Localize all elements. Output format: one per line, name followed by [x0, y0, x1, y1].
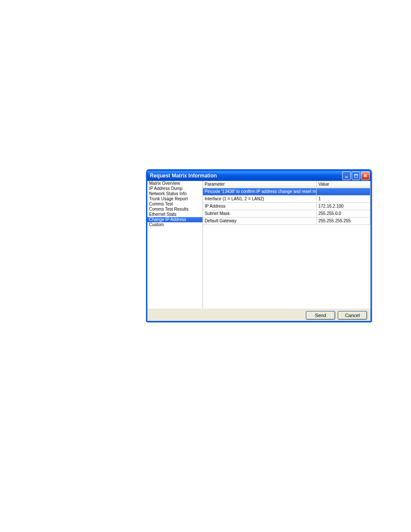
cell-parameter: Subnet Mask	[203, 210, 317, 217]
table-row[interactable]: Interface (1 = LAN1, 2 = LAN2) 1	[203, 196, 371, 203]
cell-parameter: IP Address	[203, 203, 317, 210]
svg-rect-2	[354, 174, 357, 175]
dialog-footer: Send Cancel	[147, 308, 371, 322]
dialog-body: Matrix Overview IP Address Dump Network …	[147, 181, 371, 308]
cell-value[interactable]: 255.255.0.0	[317, 210, 371, 217]
cell-parameter: Pincode '13438' to confirm IP address ch…	[203, 188, 317, 195]
sidebar-item-ethernet-stats[interactable]: Ethernet Stats	[147, 212, 202, 217]
table-row[interactable]: Subnet Mask 255.255.0.0	[203, 210, 371, 218]
sidebar-item-change-ip-address[interactable]: Change IP Address	[147, 217, 202, 222]
table-row[interactable]: Default Gateway 255.255.255.255	[203, 218, 371, 225]
close-icon	[363, 174, 367, 178]
sidebar-list[interactable]: Matrix Overview IP Address Dump Network …	[147, 181, 203, 308]
sidebar-item-network-status-info[interactable]: Network Status Info	[147, 191, 202, 196]
svg-rect-0	[345, 177, 347, 177]
window-title: Request Matrix Information	[150, 173, 217, 179]
table-row[interactable]: IP Address 172.16.2.100	[203, 203, 371, 210]
send-button[interactable]: Send	[306, 311, 335, 320]
minimize-button[interactable]	[342, 171, 351, 180]
cell-parameter: Interface (1 = LAN1, 2 = LAN2)	[203, 196, 317, 202]
cell-value[interactable]	[317, 188, 371, 195]
maximize-icon	[354, 174, 358, 178]
titlebar[interactable]: Request Matrix Information	[147, 171, 371, 181]
window-controls	[342, 171, 370, 180]
table-row[interactable]: Pincode '13438' to confirm IP address ch…	[203, 188, 371, 196]
minimize-icon	[345, 174, 349, 178]
column-header-parameter[interactable]: Parameter	[203, 181, 317, 188]
cancel-button[interactable]: Cancel	[338, 311, 367, 320]
column-header-value[interactable]: Value	[317, 181, 371, 188]
cell-value[interactable]: 172.16.2.100	[317, 203, 371, 210]
sidebar-item-ip-address-dump[interactable]: IP Address Dump	[147, 186, 202, 191]
cell-value[interactable]: 1	[317, 196, 371, 202]
request-matrix-information-dialog: Request Matrix Information	[146, 169, 372, 322]
sidebar-item-comms-test[interactable]: Comms Test	[147, 202, 202, 207]
parameter-table: Parameter Value Pincode '13438' to confi…	[203, 181, 371, 308]
sidebar-item-comms-test-results[interactable]: Comms Test Results	[147, 207, 202, 212]
sidebar-item-matrix-overview[interactable]: Matrix Overview	[147, 181, 202, 186]
cell-parameter: Default Gateway	[203, 218, 317, 224]
cell-value[interactable]: 255.255.255.255	[317, 218, 371, 224]
close-button[interactable]	[361, 171, 370, 180]
sidebar-item-custom[interactable]: Custom	[147, 222, 202, 227]
maximize-button[interactable]	[352, 171, 360, 180]
table-header: Parameter Value	[203, 181, 371, 188]
sidebar-item-trunk-usage-report[interactable]: Trunk Usage Report	[147, 196, 202, 202]
